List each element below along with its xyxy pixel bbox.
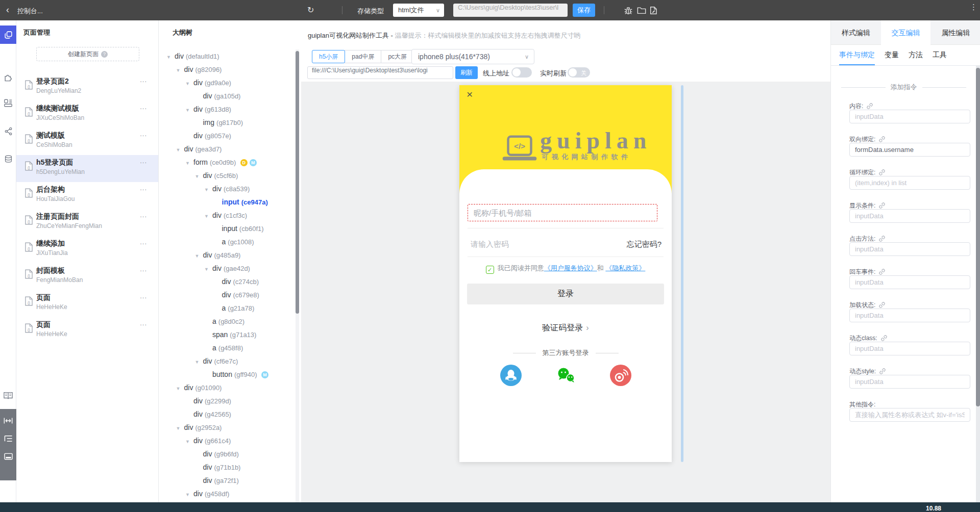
- field-input[interactable]: [849, 408, 970, 422]
- expand-arrow-icon[interactable]: ▼: [176, 64, 184, 77]
- page-more-button[interactable]: ...: [140, 319, 147, 327]
- tree-node[interactable]: ▼div(g82096): [159, 63, 296, 76]
- page-list-item[interactable]: {} 注册页面封面 ZhuCeYeMianFengMian ...: [16, 209, 158, 236]
- page-list-item[interactable]: {} 继续测试模版 JiXuCeShiMoBan ...: [16, 101, 158, 128]
- field-input[interactable]: [849, 242, 970, 256]
- privacy-policy-link[interactable]: 《隐私政策》: [605, 264, 645, 272]
- expand-arrow-icon[interactable]: ▼: [204, 183, 212, 196]
- tree-node[interactable]: div(c679e8): [159, 288, 296, 301]
- tree-list-icon[interactable]: [0, 432, 16, 445]
- sidebar-item-components[interactable]: [0, 97, 16, 109]
- page-more-button[interactable]: ...: [140, 211, 147, 219]
- qq-login-icon[interactable]: [500, 365, 522, 386]
- tree-node[interactable]: div(g2299d): [159, 394, 296, 407]
- expand-arrow-icon[interactable]: ▼: [166, 50, 175, 64]
- field-input[interactable]: [849, 209, 970, 223]
- tree-node[interactable]: a(g8d0c2): [159, 315, 296, 328]
- agree-checkbox[interactable]: ✓: [486, 266, 494, 274]
- help-icon[interactable]: ?: [101, 51, 108, 58]
- expand-arrow-icon[interactable]: ▼: [176, 143, 184, 157]
- service-agreement-link[interactable]: 《用户服务协议》: [544, 264, 597, 272]
- page-more-button[interactable]: ...: [140, 238, 147, 246]
- field-input[interactable]: [849, 309, 970, 322]
- tree-node[interactable]: a(g458f8): [159, 341, 296, 354]
- page-list-item[interactable]: {} 登录页面2 DengLuYeMian2 ...: [16, 74, 158, 101]
- subtab-events-binding[interactable]: 事件与绑定: [839, 45, 875, 65]
- tree-node[interactable]: div(g42565): [159, 407, 296, 421]
- tree-node[interactable]: div(ga105d): [159, 89, 296, 103]
- bottom-panel-icon[interactable]: [0, 450, 16, 463]
- tree-node[interactable]: div(g71b1b): [159, 460, 296, 474]
- tree-scrollbar-thumb[interactable]: [296, 51, 299, 314]
- expand-arrow-icon[interactable]: ▼: [176, 382, 184, 395]
- wechat-login-icon[interactable]: [556, 365, 577, 386]
- tab-attribute-edit[interactable]: 属性编辑: [930, 20, 980, 44]
- page-more-button[interactable]: ...: [140, 265, 147, 273]
- page-more-button[interactable]: ...: [140, 130, 147, 138]
- tree-node[interactable]: ▼div(gea3d7): [159, 142, 296, 156]
- tree-node[interactable]: input(ce947a): [159, 195, 296, 209]
- preview-scrollbar[interactable]: [681, 85, 683, 462]
- page-more-button[interactable]: ...: [140, 157, 147, 165]
- bug-icon[interactable]: [624, 6, 633, 15]
- create-page-button[interactable]: 创建新页面 ?: [36, 47, 139, 61]
- tree-node[interactable]: button(gff940) M: [159, 368, 296, 381]
- live-refresh-toggle[interactable]: 关: [568, 67, 590, 78]
- tree-node[interactable]: span(g71a13): [159, 328, 296, 341]
- expand-arrow-icon[interactable]: ▼: [185, 488, 193, 501]
- field-input[interactable]: [849, 143, 970, 157]
- page-more-button[interactable]: ...: [140, 292, 147, 300]
- tree-node[interactable]: ▼div(g458df): [159, 487, 296, 500]
- expand-arrow-icon[interactable]: ▼: [185, 157, 193, 170]
- page-list-item[interactable]: {} 后台架构 HouTaiJiaGou ...: [16, 182, 158, 209]
- online-address-toggle[interactable]: [511, 67, 532, 78]
- expand-arrow-icon[interactable]: ▼: [204, 263, 212, 276]
- tree-node[interactable]: div(ga72f1): [159, 474, 296, 487]
- expand-arrow-icon[interactable]: ▼: [195, 355, 203, 369]
- tab-interaction-edit[interactable]: 交互编辑: [881, 20, 931, 45]
- field-input[interactable]: [849, 375, 970, 389]
- expand-arrow-icon[interactable]: ▼: [185, 77, 193, 90]
- expand-arrow-icon[interactable]: ▼: [195, 170, 203, 183]
- expand-arrow-icon[interactable]: ▼: [195, 249, 203, 263]
- tree-node[interactable]: ▼div(g01090): [159, 381, 296, 394]
- sidebar-item-database[interactable]: [0, 153, 16, 165]
- tab-pad-medium[interactable]: pad中屏: [345, 50, 381, 63]
- expand-arrow-icon[interactable]: ▼: [176, 422, 184, 435]
- tree-node[interactable]: ▼div(c8a539): [159, 182, 296, 195]
- field-input[interactable]: [849, 176, 970, 190]
- console-title[interactable]: 控制台...: [17, 7, 43, 16]
- tree-node[interactable]: ▼div(g661c4): [159, 434, 296, 447]
- tab-h5-small[interactable]: h5小屏: [312, 50, 345, 63]
- expand-arrow-icon[interactable]: ▼: [185, 435, 193, 448]
- tree-node[interactable]: div(g8057e): [159, 129, 296, 142]
- sidebar-item-docs[interactable]: [0, 389, 16, 401]
- sidebar-item-pages[interactable]: [0, 25, 16, 44]
- close-icon[interactable]: ×: [467, 88, 473, 100]
- resize-horizontal-icon[interactable]: [0, 415, 16, 427]
- field-input[interactable]: [849, 342, 970, 355]
- tree-node[interactable]: a(gc1008): [159, 235, 296, 248]
- save-path-input[interactable]: C:\Users\guig\Desktop\test3\user\l: [453, 4, 568, 17]
- refresh-preview-button[interactable]: 刷新: [455, 66, 478, 79]
- tree-node[interactable]: ▼div(gae42d): [159, 262, 296, 275]
- expand-arrow-icon[interactable]: ▼: [204, 210, 212, 223]
- tree-node[interactable]: ▼div(g613d8): [159, 103, 296, 116]
- tree-node[interactable]: div(c274cb): [159, 275, 296, 288]
- login-button[interactable]: 登录: [467, 284, 664, 304]
- expand-arrow-icon[interactable]: ▼: [185, 104, 193, 117]
- refresh-icon[interactable]: ↻: [307, 6, 314, 15]
- page-more-button[interactable]: ...: [140, 103, 147, 111]
- tree-node[interactable]: a(g21a78): [159, 301, 296, 315]
- page-list-item[interactable]: {} 继续添加 JiXuTianJia ...: [16, 236, 158, 263]
- tree-node[interactable]: ▼div(g2952a): [159, 421, 296, 434]
- sidebar-item-plugins[interactable]: [0, 71, 16, 83]
- overflow-menu-icon[interactable]: ⋮: [970, 6, 977, 9]
- subtab-variables[interactable]: 变量: [885, 45, 899, 65]
- page-list-item[interactable]: {} h5登录页面 h5DengLuYeMian ...: [16, 155, 158, 182]
- file-edit-icon[interactable]: [649, 6, 658, 15]
- tab-style-edit[interactable]: 样式编辑: [831, 20, 881, 44]
- save-button[interactable]: 保存: [573, 4, 595, 17]
- page-list-item[interactable]: {} 测试模版 CeShiMoBan ...: [16, 128, 158, 155]
- field-input[interactable]: [849, 110, 970, 123]
